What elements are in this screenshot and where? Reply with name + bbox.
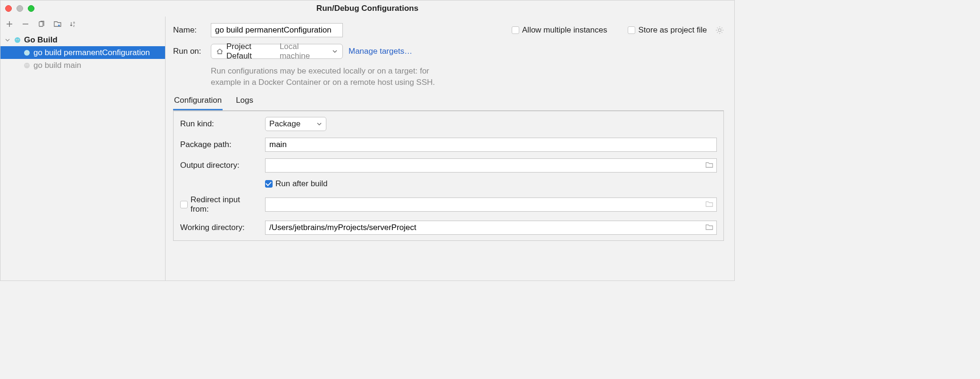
svg-point-17 [28, 65, 28, 65]
package-path-row: Package path: [180, 138, 717, 152]
redirect-input-field [265, 198, 717, 212]
hint-line: Run configurations may be executed local… [211, 66, 429, 75]
chevron-down-icon [316, 121, 322, 127]
run-after-build-row: Run after build [180, 179, 717, 189]
package-path-input[interactable] [265, 138, 717, 152]
output-dir-label: Output directory: [180, 161, 260, 170]
sidebar-toolbar: az [0, 16, 165, 32]
remove-config-icon[interactable] [21, 20, 30, 28]
tree-group-go-build[interactable]: Go Build [0, 33, 165, 46]
run-kind-row: Run kind: Package [180, 117, 717, 131]
tabs: Configuration Logs [173, 93, 724, 111]
working-dir-input[interactable] [265, 221, 717, 235]
package-path-label: Package path: [180, 140, 260, 149]
working-dir-label: Working directory: [180, 223, 260, 232]
redirect-input-checkbox[interactable]: Redirect input from: [180, 195, 260, 214]
checkbox-icon [628, 26, 635, 34]
allow-multiple-instances-checkbox[interactable]: Allow multiple instances [512, 25, 607, 35]
tree-item-main[interactable]: go build main [0, 59, 165, 72]
checkbox-icon [265, 180, 273, 188]
run-after-build-label: Run after build [275, 179, 328, 189]
svg-point-18 [718, 29, 721, 32]
sort-alpha-icon[interactable]: az [69, 20, 78, 28]
tree-item-label: go build main [33, 61, 81, 70]
svg-point-6 [17, 39, 17, 40]
folder-icon[interactable] [706, 161, 713, 168]
svg-point-8 [24, 50, 30, 56]
checkbox-icon [512, 26, 519, 34]
output-dir-input[interactable] [265, 158, 717, 173]
title-bar: Run/Debug Configurations [0, 0, 734, 16]
tree-item-permanent-config[interactable]: go build permanentConfiguration [0, 46, 165, 59]
working-dir-row: Working directory: [180, 221, 717, 235]
config-tree: Go Build go build permanentConfiguration… [0, 32, 165, 72]
window-title: Run/Debug Configurations [0, 4, 734, 13]
run-on-row: Run on: Project Default Local machine Ma… [173, 44, 724, 59]
run-on-hint: Run configurations may be executed local… [211, 66, 456, 88]
svg-text:z: z [73, 24, 75, 27]
go-gopher-icon [23, 49, 31, 57]
run-kind-value: Package [269, 119, 300, 129]
redirect-input-row: Redirect input from: [180, 195, 717, 214]
folder-icon [706, 200, 713, 207]
svg-point-11 [26, 52, 26, 52]
content-area: Name: Allow multiple instances Store as … [166, 16, 734, 280]
window-body: az Go Build go build pe [0, 16, 734, 280]
gear-icon[interactable] [715, 26, 724, 34]
run-kind-select[interactable]: Package [265, 117, 326, 131]
folder-icon[interactable] [706, 223, 713, 230]
checkbox-icon [180, 201, 188, 208]
configuration-panel: Run kind: Package Package path: Output d… [173, 111, 724, 241]
go-gopher-icon [23, 62, 31, 69]
tree-group-label: Go Build [24, 35, 58, 45]
tab-logs[interactable]: Logs [235, 93, 254, 110]
redirect-input-label: Redirect input from: [191, 195, 260, 214]
run-after-build-checkbox[interactable]: Run after build [265, 179, 328, 189]
name-input[interactable] [211, 23, 343, 37]
copy-config-icon[interactable] [37, 20, 46, 28]
name-label: Name: [173, 25, 205, 35]
hint-line: example in a Docker Container or on a re… [211, 78, 435, 87]
tree-item-label: go build permanentConfiguration [33, 48, 150, 58]
manage-targets-link[interactable]: Manage targets… [349, 47, 412, 56]
save-config-icon[interactable] [53, 20, 62, 28]
run-on-label: Run on: [173, 47, 205, 56]
svg-text:a: a [73, 21, 75, 24]
svg-point-3 [15, 37, 20, 43]
store-as-project-file-checkbox[interactable]: Store as project file [628, 25, 707, 35]
svg-point-16 [26, 65, 26, 65]
name-row: Name: Allow multiple instances Store as … [173, 23, 724, 37]
chevron-down-icon [332, 49, 338, 54]
output-dir-row: Output directory: [180, 158, 717, 173]
run-on-secondary: Local machine [280, 42, 329, 61]
svg-point-13 [24, 63, 30, 68]
chevron-down-icon [5, 38, 11, 42]
home-icon [216, 48, 224, 55]
run-kind-label: Run kind: [180, 119, 260, 129]
svg-rect-0 [39, 22, 43, 26]
sidebar: az Go Build go build pe [0, 16, 166, 280]
store-project-label: Store as project file [638, 25, 707, 35]
add-config-icon[interactable] [5, 20, 14, 28]
tab-configuration[interactable]: Configuration [173, 93, 223, 110]
allow-multiple-label: Allow multiple instances [522, 25, 607, 35]
go-gopher-icon [14, 36, 21, 44]
run-debug-config-window: Run/Debug Configurations az [0, 0, 735, 281]
svg-point-7 [18, 39, 19, 40]
run-on-select[interactable]: Project Default Local machine [211, 44, 343, 59]
run-on-primary: Project Default [226, 42, 277, 61]
svg-point-12 [28, 52, 28, 52]
